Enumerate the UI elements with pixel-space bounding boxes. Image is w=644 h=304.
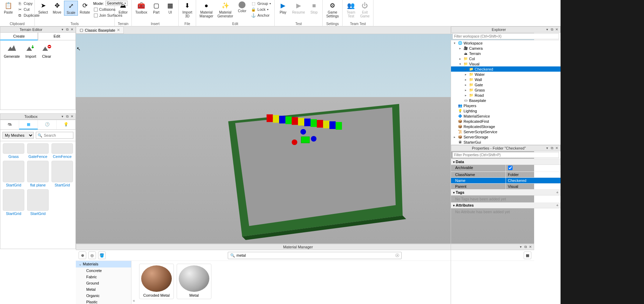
explorer-tree-row[interactable]: 📦ReplicatedStorage bbox=[451, 124, 561, 129]
clear-search-icon[interactable]: ⓧ bbox=[395, 253, 399, 258]
property-row[interactable]: Archivable bbox=[451, 165, 561, 172]
popout-icon[interactable]: ⧉ bbox=[550, 27, 554, 32]
toolbox-item[interactable]: StartGrid bbox=[27, 189, 49, 216]
scale-button[interactable]: ⤢Scale bbox=[64, 1, 78, 16]
expand-icon[interactable]: ▾ bbox=[452, 41, 457, 45]
add-tag-button[interactable]: + bbox=[556, 190, 558, 194]
ui-button[interactable]: ▦UI bbox=[163, 1, 177, 15]
toolbox-tab-marketplace[interactable]: 🛍 bbox=[0, 120, 19, 129]
team-test-button[interactable]: 👥Team Test bbox=[344, 1, 358, 19]
dropdown-icon[interactable]: ▾ bbox=[545, 27, 549, 32]
toolbox-item[interactable]: GateFence bbox=[27, 143, 49, 159]
popout-icon[interactable]: ⧉ bbox=[65, 27, 69, 32]
explorer-tree-row[interactable]: 📜ServerScriptService bbox=[451, 129, 561, 134]
material-tree-item[interactable]: Ground bbox=[76, 280, 131, 286]
scene-tab[interactable]: ▢Classic Baseplate✕ bbox=[76, 26, 124, 34]
material-item[interactable]: Metal bbox=[177, 264, 211, 299]
toolbox-category-dropdown[interactable]: My Meshes bbox=[2, 132, 34, 139]
expand-icon[interactable]: ▸ bbox=[464, 73, 468, 76]
explorer-tree-row[interactable]: ▸📁Water bbox=[451, 72, 561, 77]
lock-button[interactable]: 🔒Lock▾ bbox=[250, 7, 272, 12]
popout-icon[interactable]: ⧉ bbox=[65, 114, 69, 119]
prop-section-tags[interactable]: Tags+ bbox=[451, 190, 561, 195]
toolbox-search-input[interactable] bbox=[44, 133, 72, 137]
stop-button[interactable]: ■Stop bbox=[307, 1, 321, 15]
property-row[interactable]: ParentVisual bbox=[451, 184, 561, 190]
add-material-button[interactable]: ⊕ bbox=[79, 251, 86, 259]
property-value[interactable]: Checkered bbox=[506, 178, 561, 183]
explorer-tree-row[interactable]: ▾🌐Workspace bbox=[451, 40, 561, 46]
expand-icon[interactable]: ▸ bbox=[464, 83, 468, 87]
material-item[interactable]: Corroded Metal bbox=[139, 264, 174, 299]
close-icon[interactable]: ✕ bbox=[70, 114, 74, 119]
explorer-tree-row[interactable]: ▸📁Gate bbox=[451, 82, 561, 87]
material-tree-item[interactable]: Metal bbox=[76, 286, 131, 293]
tab-create[interactable]: Create bbox=[0, 33, 38, 40]
explorer-tree-row[interactable]: ▭Baseplate bbox=[451, 98, 561, 103]
expand-icon[interactable]: ▸ bbox=[464, 78, 468, 81]
checkbox-input[interactable] bbox=[508, 166, 513, 170]
explorer-tree-row[interactable]: ▸📁Checkered bbox=[451, 66, 561, 72]
prop-section-attributes[interactable]: Attributes+ bbox=[451, 202, 561, 208]
explorer-tree-row[interactable]: 👥Players bbox=[451, 103, 561, 108]
toolbox-item[interactable]: StartGrid bbox=[2, 161, 25, 187]
collapse-tree-button[interactable]: « bbox=[131, 261, 136, 304]
material-generator-button[interactable]: ✨Material Generator bbox=[215, 1, 235, 19]
resume-button[interactable]: ▶Resume bbox=[290, 1, 307, 15]
select-button[interactable]: ➤Select bbox=[36, 1, 50, 15]
explorer-tree-row[interactable]: ▸📁Col bbox=[451, 56, 561, 61]
expand-icon[interactable]: ▸ bbox=[464, 88, 468, 92]
material-tree-item[interactable]: Plastic bbox=[76, 299, 131, 304]
expand-icon[interactable]: ▸ bbox=[452, 135, 457, 139]
toolbox-tab-creations[interactable]: 💡 bbox=[57, 120, 75, 129]
prop-section-data[interactable]: Data bbox=[451, 159, 561, 165]
color-button[interactable]: Color bbox=[235, 1, 249, 14]
paint-material-button[interactable]: 🪣 bbox=[98, 251, 106, 259]
expand-icon[interactable]: ▸ bbox=[464, 67, 468, 71]
toolbox-item[interactable]: StartGrid bbox=[51, 161, 73, 187]
material-manager-button[interactable]: ●Material Manager bbox=[198, 1, 215, 19]
property-value[interactable]: Folder bbox=[506, 172, 561, 177]
toolbox-tab-recent[interactable]: 🕐 bbox=[38, 120, 57, 129]
tab-edit[interactable]: Edit bbox=[38, 33, 76, 40]
material-tree-item[interactable]: Fabric bbox=[76, 274, 131, 280]
expand-icon[interactable]: ▸ bbox=[458, 47, 462, 50]
toolbox-item[interactable]: Grass bbox=[2, 143, 25, 159]
dropdown-icon[interactable]: ▾ bbox=[545, 146, 549, 150]
move-button[interactable]: ✥Move bbox=[50, 1, 64, 15]
explorer-tree-row[interactable]: 💡Lighting bbox=[451, 108, 561, 113]
paste-button[interactable]: 📋Paste bbox=[1, 1, 15, 15]
explorer-tree-row[interactable]: 📦ReplicatedFirst bbox=[451, 119, 561, 124]
expand-icon[interactable]: ▸ bbox=[458, 57, 462, 61]
explorer-tree-row[interactable]: ▾📁Visual bbox=[451, 61, 561, 66]
material-search-input[interactable] bbox=[236, 253, 394, 257]
material-tree-item[interactable]: Materials bbox=[76, 261, 131, 267]
group-button[interactable]: ⬚Group▾ bbox=[250, 1, 272, 6]
material-search[interactable]: 🔍ⓧ bbox=[228, 252, 402, 259]
generate-button[interactable]: Generate bbox=[4, 44, 20, 106]
material-tree-item[interactable]: Organic bbox=[76, 293, 131, 299]
dropdown-icon[interactable]: ▾ bbox=[60, 114, 64, 119]
close-icon[interactable]: ✕ bbox=[117, 28, 120, 32]
properties-filter-input[interactable] bbox=[452, 152, 559, 158]
game-settings-button[interactable]: ⚙Game Settings bbox=[324, 1, 341, 19]
locate-material-button[interactable]: ◎ bbox=[88, 251, 96, 259]
toolbox-item[interactable]: CemFence bbox=[51, 143, 73, 159]
explorer-tree-row[interactable]: 🖥StarterGui bbox=[451, 139, 561, 145]
import-button[interactable]: Import bbox=[25, 44, 36, 106]
property-row[interactable]: NameCheckered bbox=[451, 178, 561, 184]
close-icon[interactable]: ✕ bbox=[555, 146, 559, 150]
explorer-tree-row[interactable]: ▸📁Grass bbox=[451, 87, 561, 93]
close-icon[interactable]: ✕ bbox=[555, 27, 559, 32]
property-row[interactable]: ClassNameFolder bbox=[451, 172, 561, 178]
close-icon[interactable]: ✕ bbox=[70, 27, 74, 32]
rotate-button[interactable]: ⟳Rotate bbox=[78, 1, 92, 15]
property-value[interactable]: Visual bbox=[506, 184, 561, 189]
toolbox-item[interactable]: flat plane bbox=[27, 161, 49, 187]
explorer-tree-row[interactable]: ▸📁Road bbox=[451, 93, 561, 98]
dropdown-icon[interactable]: ▾ bbox=[60, 27, 64, 32]
popout-icon[interactable]: ⧉ bbox=[550, 146, 554, 150]
property-value[interactable] bbox=[506, 165, 561, 171]
explorer-tree-row[interactable]: ▸📁Wall bbox=[451, 77, 561, 82]
add-attribute-button[interactable]: + bbox=[556, 203, 558, 207]
